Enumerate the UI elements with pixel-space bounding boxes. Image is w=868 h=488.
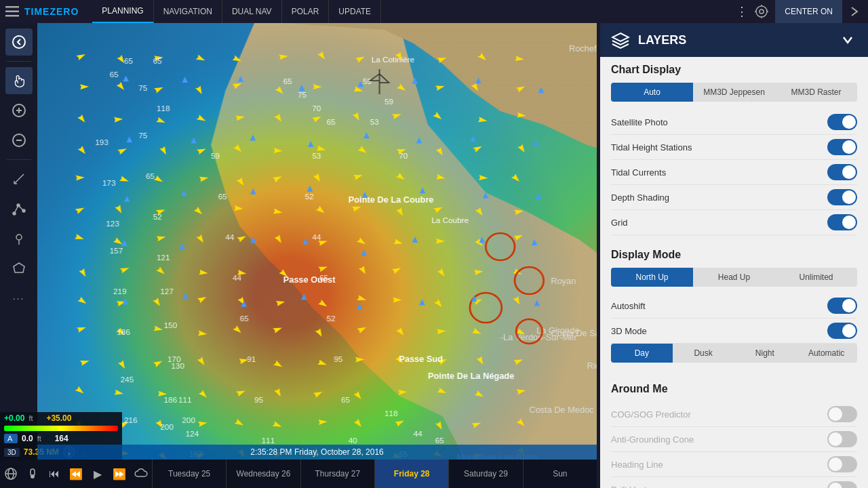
chart-display-title: Chart Display	[611, 64, 857, 76]
svg-point-21	[16, 235, 22, 240]
timeline-item-4[interactable]: Saturday 29	[448, 460, 522, 488]
play-btn[interactable]: ▶	[87, 463, 108, 485]
unlimited-btn[interactable]: Unlimited	[775, 268, 857, 287]
depth-shading-row: Depth Shading	[611, 185, 857, 210]
tidal-height-label: Tidal Height Stations	[611, 142, 827, 152]
grid-row: Grid	[611, 210, 857, 235]
night-btn[interactable]: Night	[734, 344, 796, 363]
chart-auto-btn[interactable]: Auto	[611, 83, 693, 102]
around-me-section: Around Me COG/SOG Predictor Anti-Groundi…	[600, 376, 868, 488]
depth-value2: +35.00	[46, 413, 71, 423]
timeline: Tuesday 25Wednesday 26Thursday 27Friday …	[152, 460, 597, 488]
header-right: ⋮ CENTER ON	[736, 0, 868, 23]
heading-line-toggle[interactable]	[827, 456, 857, 472]
arrow-right-icon	[848, 5, 861, 18]
timeline-item-5[interactable]: Sun	[523, 460, 597, 488]
day-btn[interactable]: Day	[611, 344, 673, 363]
sog-value: 0.0	[22, 434, 33, 443]
autoshift-toggle[interactable]	[827, 298, 857, 314]
display-mode-section: Display Mode North Up Head Up Unlimited …	[600, 242, 868, 376]
autoshift-row: Autoshift	[611, 293, 857, 319]
anti-grounding-label: Anti-Grounding Cone	[611, 434, 827, 445]
temp-btn[interactable]	[22, 463, 43, 485]
tidal-currents-row: Tidal Currents	[611, 160, 857, 185]
chart-raster-btn[interactable]: MM3D Raster	[775, 83, 857, 102]
nav-polar[interactable]: POLAR	[282, 0, 330, 23]
cog-sog-label: COG/SOG Predictor	[611, 409, 827, 420]
anti-grounding-row: Anti-Grounding Cone	[611, 427, 857, 452]
nav-update[interactable]: UPDATE	[329, 0, 381, 23]
tidal-currents-toggle[interactable]	[827, 164, 857, 180]
time-bar: 2:35:28 PM Friday, October 28, 2016	[37, 445, 597, 460]
timeline-item-2[interactable]: Thursday 27	[300, 460, 374, 488]
zoom-out-btn[interactable]	[5, 127, 33, 154]
more-options-btn[interactable]: ⋮	[736, 4, 748, 19]
around-me-title: Around Me	[611, 383, 857, 395]
satellite-label: Satellite Photo	[611, 117, 827, 127]
hamburger-btn[interactable]	[0, 0, 24, 23]
satellite-toggle[interactable]	[827, 114, 857, 130]
route-tool-btn[interactable]	[5, 195, 33, 222]
globe-btn[interactable]	[0, 463, 22, 485]
head-up-btn[interactable]: Head Up	[693, 268, 775, 287]
layers-header: LAYERS	[600, 23, 868, 57]
polygon-tool-btn[interactable]	[5, 255, 33, 282]
measure-tool-btn[interactable]	[5, 165, 33, 192]
hand-tool-btn[interactable]	[5, 67, 33, 94]
time-text: 2:35:28 PM Friday, October 28, 2016	[250, 447, 384, 457]
timeline-item-0[interactable]: Tuesday 25	[152, 460, 226, 488]
display-mode-buttons: North Up Head Up Unlimited	[611, 268, 857, 287]
waypoint-tool-btn[interactable]	[5, 225, 33, 252]
svg-marker-33	[612, 33, 629, 41]
automatic-btn[interactable]: Automatic	[795, 344, 857, 363]
3d-mode-toggle[interactable]	[827, 323, 857, 339]
cog-sog-toggle[interactable]	[827, 406, 857, 422]
layers-arrow-btn[interactable]	[838, 30, 857, 49]
3d-mode-row: 3D Mode	[611, 319, 857, 344]
center-on-button[interactable]: CENTER ON	[775, 0, 842, 23]
next-btn[interactable]: ⏩	[108, 463, 130, 485]
satellite-photo-row: Satellite Photo	[611, 110, 857, 135]
svg-rect-0	[5, 6, 19, 8]
app-logo: TIMEZERO	[24, 6, 79, 17]
cloud-btn[interactable]	[130, 463, 152, 485]
layers-title: LAYERS	[638, 33, 830, 47]
svg-line-15	[14, 174, 24, 184]
layers-icon	[611, 30, 630, 49]
depth-shading-toggle[interactable]	[827, 189, 857, 205]
more-tools-btn[interactable]: ···	[5, 285, 33, 312]
prev-btn[interactable]: ⏪	[65, 463, 87, 485]
nav-navigation[interactable]: NAVIGATION	[154, 0, 222, 23]
sog-num: 164	[55, 434, 68, 443]
prev-skip-btn[interactable]: ⏮	[43, 463, 65, 485]
3d-mode-label: 3D Mode	[611, 326, 827, 336]
sog-row: A 0.0 ft 164	[0, 432, 122, 445]
anti-grounding-toggle[interactable]	[827, 431, 857, 447]
depth-shading-label: Depth Shading	[611, 192, 827, 203]
back-button[interactable]	[5, 28, 33, 56]
tidal-height-row: Tidal Height Stations	[611, 135, 857, 160]
tidal-height-toggle[interactable]	[827, 139, 857, 155]
chart-display-section: Chart Display Auto MM3D Jeppesen MM3D Ra…	[600, 57, 868, 242]
nav-dual-nav[interactable]: DUAL NAV	[222, 0, 282, 23]
zoom-in-btn[interactable]	[5, 97, 33, 124]
svg-point-32	[31, 474, 35, 479]
header: TIMEZERO PLANNING NAVIGATION DUAL NAV PO…	[0, 0, 868, 23]
timeline-item-3[interactable]: Friday 28	[374, 460, 448, 488]
nav-planning[interactable]: PLANNING	[92, 0, 153, 23]
svg-rect-2	[5, 15, 19, 17]
svg-point-18	[13, 212, 16, 215]
svg-marker-23	[14, 263, 24, 272]
grid-toggle[interactable]	[827, 214, 857, 230]
north-up-btn[interactable]: North Up	[611, 268, 693, 287]
cog-sog-row: COG/SOG Predictor	[611, 402, 857, 427]
sog-unit: ft	[37, 434, 51, 443]
3d-badge: 3D	[4, 448, 20, 457]
heading-line-row: Heading Line	[611, 452, 857, 477]
chart-jeppesen-btn[interactable]: MM3D Jeppesen	[693, 83, 775, 102]
depth-unit1: ft	[28, 414, 42, 422]
drift-vector-toggle[interactable]	[827, 481, 857, 488]
dusk-btn[interactable]: Dusk	[673, 344, 734, 363]
depth-value1: +0.00	[4, 413, 24, 423]
timeline-item-1[interactable]: Wednesday 26	[226, 460, 300, 488]
